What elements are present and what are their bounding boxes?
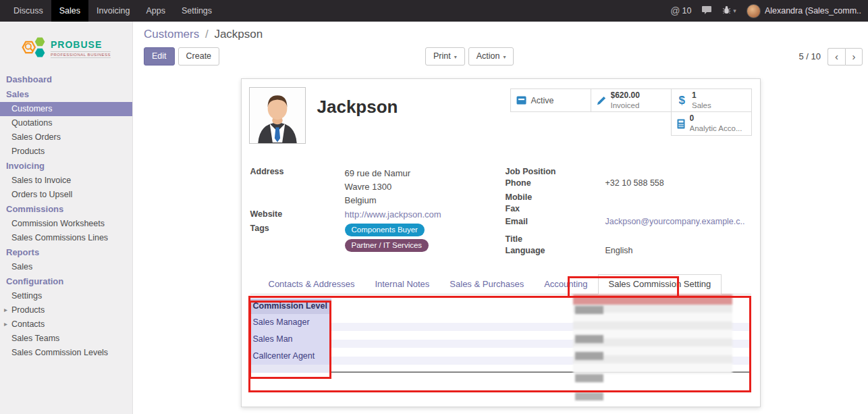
businessman-avatar-image [250,88,305,143]
tag-components-buyer[interactable]: Components Buyer [345,224,425,236]
sidebar-item-reports-sales[interactable]: Sales [0,260,132,274]
tags-label: Tags [250,224,345,252]
create-button[interactable]: Create [178,47,220,65]
email-link[interactable]: Jackpson@yourcompany.example.c.. [605,217,745,228]
analytic-accounts-stat-button[interactable]: 0 Analytic Acco... [671,111,752,136]
tab-internal-notes[interactable]: Internal Notes [364,275,439,294]
chevron-right-icon: ▸ [4,320,7,328]
sidebar-section-sales[interactable]: Sales [0,87,132,102]
mention-count: 10 [682,6,691,16]
sidebar-section-configuration[interactable]: Configuration [0,274,132,289]
app-window: Discuss Sales Invoicing Apps Settings @ … [0,0,868,414]
invoiced-label: Invoiced [611,101,640,110]
sidebar-item-sales-orders[interactable]: Sales Orders [0,130,132,145]
customer-photo[interactable] [249,87,306,144]
sidebar-item-config-contacts[interactable]: ▸Contacts [0,317,132,332]
sidebar-item-settings[interactable]: Settings [0,289,132,303]
active-stat-button[interactable]: Active [510,88,591,112]
job-position-label: Job Position [506,167,605,178]
field-groups: Address 69 rue de Namur Wavre 1300 Belgi… [250,167,751,257]
tab-sales-purchases[interactable]: Sales & Purchases [439,275,534,294]
form-view: Jackpson Active [133,66,868,407]
website-label: Website [250,209,345,219]
phone-value: +32 10 588 558 [605,178,664,189]
column-header-commission-level[interactable]: Commission Level [250,299,331,314]
chevron-down-icon: ▾ [454,54,457,60]
sidebar-item-customers[interactable]: Customers [0,102,132,116]
sales-label: Sales [692,101,711,110]
sidebar-item-sales-teams[interactable]: Sales Teams [0,332,132,346]
pager-count: 5 / 10 [798,51,821,61]
pencil-icon [597,96,606,105]
action-dropdown-button[interactable]: Action▾ [468,47,514,65]
top-menu-apps[interactable]: Apps [138,0,173,22]
user-name: Alexandra (Sales_comm.. [765,6,861,16]
sidebar-section-invoicing[interactable]: Invoicing [0,159,132,174]
commission-level-cell-sales-manager[interactable]: Sales Manager [250,314,331,331]
debug-menu-button[interactable]: ▾ [722,5,736,16]
logo-hexagons-icon [20,32,47,64]
active-label: Active [531,96,554,105]
website-link[interactable]: http://www.jackpson.com [345,209,441,219]
messages-button[interactable] [701,5,712,17]
top-menu-discuss[interactable]: Discuss [5,0,51,22]
sidebar-section-dashboard[interactable]: Dashboard [0,72,132,87]
address-value: 69 rue de Namur Wavre 1300 Belgium [345,167,411,207]
commission-table: Commission Level Sales Manager Sales Man… [250,299,750,373]
fax-label: Fax [506,204,605,215]
topbar-right: @ 10 ▾ Alexandra (Sales_comm.. [670,0,868,22]
control-panel: Customers / Jackpson Edit Create Print▾ … [133,22,868,66]
commission-level-cell-callcenter-agent[interactable]: Callcenter Agent [250,348,331,365]
sheet-header: Jackpson Active [250,87,751,144]
sidebar-item-quotations[interactable]: Quotations [0,116,132,130]
logo-subtitle: PROFESSIONAL BUSINESS [51,51,111,58]
user-menu[interactable]: Alexandra (Sales_comm.. [747,4,861,18]
sidebar-item-products[interactable]: Products [0,145,132,159]
tab-accounting[interactable]: Accounting [534,275,597,294]
stat-buttons: Active $620.00 Invoiced $ [511,88,752,136]
dollar-icon: $ [677,94,687,107]
control-buttons-row: Edit Create Print▾ Action▾ 5 / 10 ‹ › [144,47,863,66]
sidebar-section-reports[interactable]: Reports [0,245,132,260]
pager-next-button[interactable]: › [845,48,863,66]
sidebar-item-commission-worksheets[interactable]: Commission Worksheets [0,217,132,231]
commission-level-column: Commission Level Sales Manager Sales Man… [250,299,331,373]
sidebar-item-config-products[interactable]: ▸Products [0,303,132,317]
chevron-down-icon: ▾ [503,54,506,60]
invoiced-stat-button[interactable]: $620.00 Invoiced [591,88,672,112]
top-menu-bar: Discuss Sales Invoicing Apps Settings [0,0,220,22]
title-label: Title [506,234,605,245]
edit-button[interactable]: Edit [144,47,175,65]
top-menu-sales[interactable]: Sales [51,0,88,22]
tags-list: Components Buyer Partner / IT Services [345,224,429,252]
sidebar-item-sales-commission-levels[interactable]: Sales Commission Levels [0,346,132,360]
commission-level-cell-sales-man[interactable]: Sales Man [250,331,331,348]
sidebar-section-commissions[interactable]: Commissions [0,202,132,217]
empty-cell [250,365,331,373]
probuse-logo[interactable]: PROBUSE PROFESSIONAL BUSINESS [0,22,132,72]
mention-counter[interactable]: @ 10 [670,5,691,16]
print-dropdown-button[interactable]: Print▾ [425,47,465,65]
sidebar-item-sales-commissions-lines[interactable]: Sales Commissions Lines [0,231,132,245]
pager-prev-button[interactable]: ‹ [828,48,845,66]
top-menu-invoicing[interactable]: Invoicing [88,0,138,22]
mobile-label: Mobile [506,192,605,203]
address-label: Address [250,167,345,207]
top-menu-settings[interactable]: Settings [173,0,220,22]
top-navbar: Discuss Sales Invoicing Apps Settings @ … [0,0,868,22]
record-title: Jackpson [317,97,398,118]
sales-stat-button[interactable]: $ 1 Sales [671,88,752,112]
tab-sales-commission-setting[interactable]: Sales Commission Setting [598,274,722,294]
tab-contacts-addresses[interactable]: Contacts & Addresses [259,275,365,294]
sidebar-item-orders-to-upsell[interactable]: Orders to Upsell [0,188,132,202]
chat-bubble-icon [701,5,712,17]
table-footer-area [250,373,751,404]
user-avatar [747,4,761,18]
breadcrumb-customers-link[interactable]: Customers [144,28,199,41]
invoiced-amount: $620.00 [611,90,640,101]
table-body-stripes [331,314,750,371]
tab-content-sales-commission: Commission Level Sales Manager Sales Man… [250,299,751,404]
sidebar-item-sales-to-invoice[interactable]: Sales to Invoice [0,174,132,188]
main-area: Customers / Jackpson Edit Create Print▾ … [133,22,868,414]
tag-partner-it-services[interactable]: Partner / IT Services [345,239,429,252]
